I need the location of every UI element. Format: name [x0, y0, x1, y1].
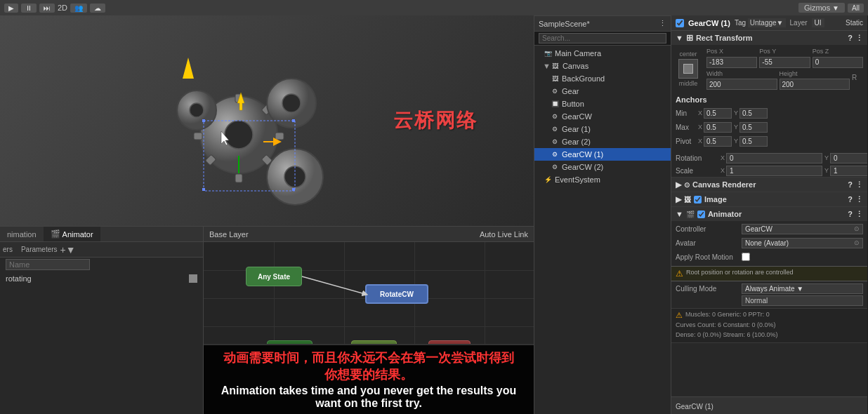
grid-v1	[274, 242, 275, 344]
image-settings-icon[interactable]: ⋮	[855, 195, 863, 204]
animator-component-section: ▼ 🎬 Animator ? ⋮ Controller GearCW ⊙	[671, 207, 867, 343]
anchors-section: Anchors Min X Y Max	[671, 93, 867, 152]
params-label[interactable]: Parameters	[21, 246, 58, 253]
anchor-min-xy: X Y	[698, 108, 863, 119]
scene-view[interactable]: 云桥网络	[0, 15, 534, 226]
animator-enabled-checkbox[interactable]	[697, 211, 705, 218]
image-header[interactable]: ▶ 🖼 Image ? ⋮	[671, 192, 867, 206]
image-enabled-checkbox[interactable]	[694, 196, 702, 203]
gears-visualization	[154, 58, 337, 219]
controller-value[interactable]: GearCW ⊙	[742, 224, 863, 234]
canvas-arrow-icon: ▼	[543, 62, 551, 70]
animator-component-arrow: ▼	[676, 210, 683, 218]
animator-settings-icon[interactable]: ⋮	[855, 210, 863, 219]
tree-item-button[interactable]: 🔲 Button	[534, 98, 671, 110]
animator-icon: 🎬	[51, 229, 60, 239]
camera-icon: 📷	[543, 48, 553, 58]
settings-icon[interactable]: ⋮	[855, 34, 863, 43]
hierarchy-search-input[interactable]	[539, 33, 666, 44]
rotating-checkbox[interactable]	[189, 274, 197, 283]
cloud-button[interactable]: ☁	[90, 4, 105, 13]
hierarchy-menu-icon[interactable]: ⋮	[659, 19, 666, 28]
canvas-renderer-settings-icon[interactable]: ⋮	[855, 180, 863, 189]
state-any-state[interactable]: Any State	[246, 267, 302, 286]
tag-value[interactable]: Untagge▼	[748, 18, 786, 27]
tree-item-gear-1[interactable]: ⚙ Gear (1)	[534, 123, 671, 135]
culling-mode-value[interactable]: Always Animate ▼	[742, 283, 863, 294]
add-parameter-button[interactable]: +▼	[60, 245, 76, 255]
tree-item-gear[interactable]: ⚙ Gear	[534, 85, 671, 98]
pivot-visual[interactable]	[678, 59, 698, 79]
apply-root-motion-checkbox[interactable]	[742, 253, 750, 261]
pause-button[interactable]: ⏸	[21, 4, 37, 13]
state-exit[interactable]: Exit	[428, 340, 471, 344]
height-group: Height	[780, 70, 850, 91]
tree-item-background[interactable]: 🖼 BackGround	[534, 72, 671, 85]
collab-button[interactable]: 👥	[70, 4, 87, 13]
rotation-x-input[interactable]	[726, 153, 822, 163]
layers-label: ers	[3, 246, 13, 253]
all-button[interactable]: All	[848, 4, 864, 13]
animation-list: rotating	[0, 258, 203, 414]
tab-animation[interactable]: nimation	[0, 227, 44, 241]
tab-animator[interactable]: 🎬 Animator	[44, 227, 100, 241]
canvas-renderer-icons: ? ⋮	[848, 180, 863, 189]
gear-cw-icon: ⚙	[550, 112, 560, 121]
canvas-renderer-question-icon[interactable]: ?	[848, 180, 853, 189]
svg-rect-17	[202, 119, 205, 122]
tree-item-main-camera[interactable]: 📷 Main Camera	[534, 47, 671, 60]
mode-button[interactable]: ▶	[4, 4, 18, 13]
pos-z-input[interactable]	[813, 57, 863, 68]
height-input[interactable]	[780, 79, 850, 90]
expand-button[interactable]: R	[852, 70, 863, 91]
tree-item-event-system[interactable]: ⚡ EventSystem	[534, 173, 671, 186]
tree-item-gear-2[interactable]: ⚙ Gear (2)	[534, 135, 671, 148]
tree-item-gear-cw-2[interactable]: ⚙ GearCW (2)	[534, 161, 671, 173]
anchor-min-y-input[interactable]	[739, 108, 768, 119]
avatar-value[interactable]: None (Avatar) ⊙	[742, 238, 863, 248]
controller-dropdown-icon: ⊙	[854, 225, 860, 232]
width-input[interactable]	[706, 79, 777, 90]
bottom-object-label: GearCW (1)	[671, 396, 867, 414]
pivot-x-input[interactable]	[704, 136, 732, 147]
rotation-label: Rotation	[676, 154, 718, 162]
animation-tabs: nimation 🎬 Animator	[0, 227, 203, 242]
animation-name-input[interactable]	[6, 259, 90, 270]
gear-1-icon: ⚙	[550, 124, 560, 134]
tree-item-gear-cw-1[interactable]: ⚙ GearCW (1)	[534, 148, 671, 161]
object-active-checkbox[interactable]	[676, 19, 684, 27]
pos-y-input[interactable]	[759, 57, 810, 68]
auto-live-link-label[interactable]: Auto Live Link	[480, 230, 528, 239]
tree-item-canvas[interactable]: ▼ 🖼 Canvas	[534, 60, 671, 72]
layer-value[interactable]: UI	[812, 18, 824, 27]
animator-component-header[interactable]: ▼ 🎬 Animator ? ⋮	[671, 207, 867, 221]
step-button[interactable]: ⏭	[39, 4, 55, 13]
base-layer-label: Base Layer	[209, 230, 249, 239]
tree-item-gear-cw[interactable]: ⚙ GearCW	[534, 110, 671, 123]
gizmos-button[interactable]: Gizmos ▼	[798, 3, 845, 13]
scale-y-input[interactable]	[830, 166, 867, 176]
warning-icon: ⚠	[676, 269, 683, 279]
pivot-y-input[interactable]	[739, 136, 768, 147]
question-icon[interactable]: ?	[848, 34, 853, 43]
canvas-icon: 🖼	[551, 61, 560, 71]
pivot-anchor-label: Pivot	[676, 138, 695, 145]
canvas-renderer-header[interactable]: ▶ ⊙ Canvas Renderer ? ⋮	[671, 178, 867, 192]
animation-rotating-item[interactable]: rotating	[0, 272, 203, 286]
svg-rect-5	[275, 133, 284, 140]
anchor-max-x-input[interactable]	[704, 122, 732, 133]
state-rotate-cw[interactable]: RotateCW	[365, 284, 428, 304]
animator-canvas[interactable]: Any State RotateCW Entry Scale	[204, 242, 534, 344]
scale-label: Scale	[676, 167, 718, 175]
rotation-y-input[interactable]	[830, 153, 867, 163]
rect-transform-header[interactable]: ▼ ⊞ Rect Transform ? ⋮	[671, 31, 867, 45]
pos-x-input[interactable]	[706, 57, 757, 68]
state-scale[interactable]: Scale	[351, 340, 397, 344]
state-entry[interactable]: Entry	[267, 340, 313, 344]
animator-question-icon[interactable]: ?	[848, 210, 853, 219]
anchor-min-x-input[interactable]	[704, 108, 732, 119]
apply-root-motion-label: Apply Root Motion	[676, 253, 739, 261]
image-question-icon[interactable]: ?	[848, 195, 853, 204]
anchor-max-y-input[interactable]	[739, 122, 768, 133]
scale-x-input[interactable]	[726, 166, 822, 176]
